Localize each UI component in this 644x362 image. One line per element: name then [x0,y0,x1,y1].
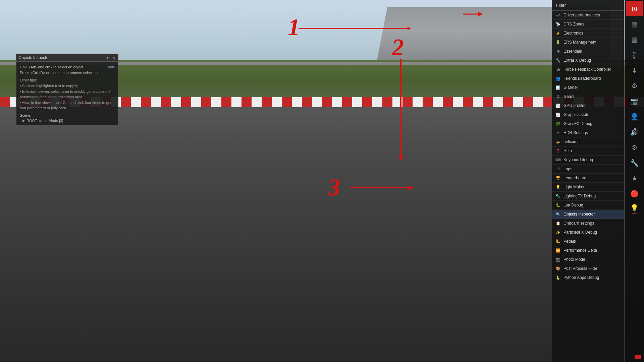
filter-item-g-meter[interactable]: 📊G Meter [552,83,624,92]
filter-item-drs-zones[interactable]: 📡DRS Zones [552,20,624,29]
filter-item-python-apps-debug[interactable]: 🐍Python Apps Debug [552,273,624,282]
filter-item-gears[interactable]: ⚙Gears [552,92,624,101]
filter-icon-keyboard-debug: ⌨ [555,157,561,163]
filter-icon-lightingfx-debug: 🔦 [555,193,561,199]
icon-bar-btn-1[interactable]: ▦ [626,17,643,32]
filter-item-electronics[interactable]: ⚡Electronics [552,29,624,38]
filter-item-driver-performances[interactable]: 🏎Driver performances [552,11,624,20]
filter-item-friends-leaderboard[interactable]: 👥Friends Leaderboard [552,74,624,83]
filter-icon-ers-management: 🔋 [555,40,561,45]
filter-item-gpu-profiler[interactable]: 📉GPU profiler [552,101,624,110]
filter-label-driver-performances: Driver performances [564,13,621,17]
tip-3: • Also, in that viewer, hold Ctrl and cl… [20,100,115,111]
filter-icon-electronics: ⚡ [555,31,561,36]
filter-item-lua-debug[interactable]: 🐛Lua Debug [552,201,624,210]
filter-item-grassfx-debug[interactable]: 🌿GrassFX Debug [552,119,624,128]
filter-icon-essentials: ❇ [555,49,561,54]
filter-icon-friends-leaderboard: 👥 [555,76,561,81]
filter-item-objects-inspector[interactable]: 🔍Objects Inspector [552,210,624,219]
filter-label-helicorsa: helicorsa [564,139,621,144]
filter-icon-gears: ⚙ [555,94,561,99]
icon-bar-btn-9[interactable]: ⚙ [626,140,643,155]
filter-label-ers-management: ERS Management [564,40,621,45]
filter-item-hdr-settings[interactable]: ☀HDR Settings [552,128,624,137]
filter-label-gears: Gears [564,94,621,99]
filter-item-laps[interactable]: ⏱Laps [552,165,624,174]
icon-bar-btn-2[interactable]: ▦ [626,32,643,47]
icon-bar: ⊞▦▦Side⬇⚙📷👤🔊⚙🔧★🔴💡lights [625,0,644,362]
filter-item-keyboard-debug[interactable]: ⌨Keyboard debug [552,156,624,165]
icon-bar-btn-10[interactable]: 🔧 [626,156,643,170]
filter-label-post-process-filter: Post Process Filter [564,266,621,271]
filter-item-leaderboard[interactable]: 🏆Leaderboard [552,174,624,183]
icon-bar-btn-0[interactable]: ⊞ [626,1,643,16]
icon-bar-btn-7[interactable]: 👤 [626,109,643,124]
inspector-titlebar: Objects Inspector ▼ ✕ [16,54,118,62]
filter-item-light-maker[interactable]: 💡Light Maker [552,183,624,192]
filter-item-photo-mode[interactable]: 📷Photo Mode [552,255,624,264]
tools-link[interactable]: Tools [106,64,115,70]
filter-item-ers-management[interactable]: 🔋ERS Management [552,38,624,47]
icon-bar-btn-4[interactable]: ⬇ [626,63,643,78]
filter-label-particlesfx-debug: ParticlesFX Debug [564,230,621,235]
red-status-badge [635,355,641,359]
filter-icon-leaderboard: 🏆 [555,175,561,181]
icon-bar-btn-13[interactable]: 💡lights [626,202,643,217]
filter-label-keyboard-debug: Keyboard debug [564,158,621,162]
filter-item-post-process-filter[interactable]: 🎨Post Process Filter [552,264,624,273]
scene-node: ▶ ROOT, class: Node [3] [20,119,115,123]
inspector-close-btn[interactable]: ✕ [111,55,116,60]
filter-item-particlesfx-debug[interactable]: ✨ParticlesFX Debug [552,228,624,237]
filter-label-onboard-settings: Onboard settings [564,221,621,226]
filter-item-helicorsa[interactable]: 🚁helicorsa [552,137,624,146]
inspector-instructions: Hold <Alt> and click to select an object… [20,64,115,75]
filter-item-force-feedback[interactable]: 🕹Force Feedback Controller [552,65,624,74]
filter-label-grassfx-debug: GrassFX Debug [564,121,621,126]
filter-item-help[interactable]: ❓Help [552,146,624,156]
filter-icon-pedals: 🦶 [555,239,561,244]
filter-label-hdr-settings: HDR Settings [564,130,621,135]
filter-item-pedals[interactable]: 🦶Pedals [552,237,624,246]
inspector-tips: Other tips: • Click on highlighted text … [20,78,115,111]
filter-label-essentials: Essentials [564,49,621,54]
filter-label-gpu-profiler: GPU profiler [564,103,621,108]
filter-icon-hdr-settings: ☀ [555,130,561,135]
filter-label-pedals: Pedals [564,239,621,244]
icon-bar-btn-12[interactable]: 🔴 [626,186,643,201]
filter-item-essentials[interactable]: ❇Essentials [552,47,624,56]
objects-inspector-panel: Objects Inspector ▼ ✕ Hold <Alt> and cli… [16,54,118,126]
filter-icon-drs-zones: 📡 [555,21,561,27]
filter-header: Filter [552,0,624,11]
filter-label-force-feedback: Force Feedback Controller [564,67,621,72]
filter-icon-gpu-profiler: 📉 [555,103,561,108]
filter-item-extrafxdebug[interactable]: 🔧ExtraFX Debug [552,56,624,65]
scene-section: Scene: ▶ ROOT, class: Node [3] [20,113,115,123]
filter-panel: Filter 🏎Driver performances📡DRS Zones⚡El… [552,0,624,362]
filter-icon-photo-mode: 📷 [555,257,561,262]
inspector-controls: ▼ ✕ [105,55,116,60]
filter-label-objects-inspector: Objects Inspector [564,212,621,217]
filter-icon-light-maker: 💡 [555,184,561,190]
filter-label-laps: Laps [564,167,621,171]
filter-item-performance-delta[interactable]: ⏩Performance Delta [552,246,624,255]
filter-icon-post-process-filter: 🎨 [555,266,561,271]
filter-label-extrafxdebug: ExtraFX Debug [564,58,621,63]
icon-bar-btn-6[interactable]: 📷 [626,94,643,109]
filter-item-lightingfx-debug[interactable]: 🔦LightingFX Debug [552,192,624,201]
filter-icon-lua-debug: 🐛 [555,202,561,208]
filter-label-photo-mode: Photo Mode [564,257,621,262]
filter-item-onboard-settings[interactable]: 📋Onboard settings [552,219,624,228]
node-arrow: ▶ [22,119,25,122]
icon-bar-btn-11[interactable]: ★ [626,171,643,186]
scene-label: Scene: [20,113,115,117]
tip-1: • Click on highlighted text to copy it; [20,83,115,88]
icon-bar-btn-8[interactable]: 🔊 [626,125,643,139]
filter-icon-python-apps-debug: 🐍 [555,275,561,280]
inspector-minimize-btn[interactable]: ▼ [105,55,110,60]
filter-label-performance-delta: Performance Delta [564,248,621,253]
icon-bar-btn-3[interactable]: Side [626,48,643,62]
icon-bar-btn-5[interactable]: ⚙ [626,78,643,93]
filter-label-leaderboard: Leaderboard [564,176,621,180]
filter-item-graphics-stats[interactable]: 📈Graphics stats [552,110,624,119]
inspector-title: Objects Inspector [18,55,50,60]
